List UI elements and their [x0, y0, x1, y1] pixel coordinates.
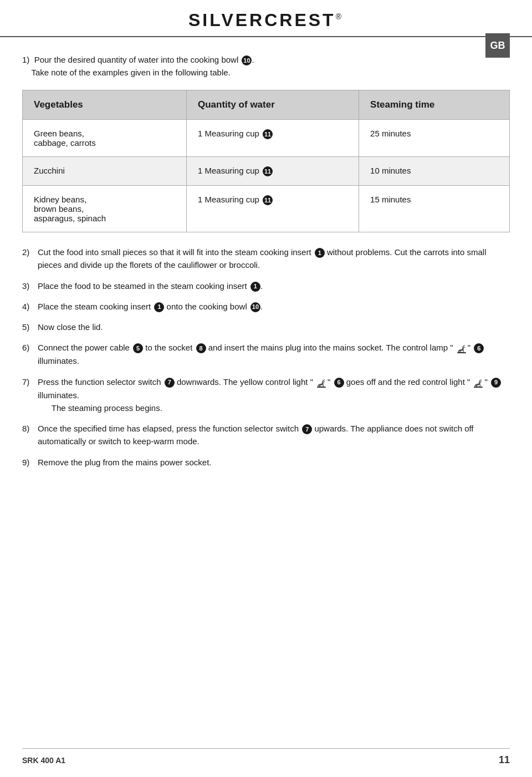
quantity-cell: 1 Measuring cup 11	[186, 120, 359, 157]
step-3: 3) Place the food to be steamed in the s…	[22, 280, 510, 292]
col-header-quantity: Quantity of water	[186, 90, 359, 120]
step-num-9: 9)	[22, 456, 38, 469]
step-text-4: Place the steam cooking insert 1 onto th…	[38, 300, 510, 313]
logo: SilverCrest®	[188, 10, 344, 31]
step-text-9: Remove the plug from the mains power soc…	[38, 456, 510, 469]
col-header-vegetables: Vegetables	[23, 90, 187, 120]
step-text-6: Connect the power cable 5 to the socket …	[38, 341, 510, 367]
table-row: Kidney beans,brown beans,asparagus, spin…	[23, 186, 510, 232]
icon-7b: 7	[302, 424, 312, 434]
step-num-7: 7)	[22, 375, 38, 388]
icon-11b: 11	[263, 166, 273, 176]
step-8: 8) Once the specified time has elapsed, …	[22, 422, 510, 448]
steam-icon-7b	[472, 377, 484, 389]
icon-6a: 6	[474, 343, 484, 353]
step-6: 6) Connect the power cable 5 to the sock…	[22, 341, 510, 367]
icon-1b: 1	[250, 282, 260, 292]
icon-5: 5	[133, 343, 143, 353]
time-cell: 15 minutes	[359, 186, 510, 232]
icon-9: 9	[491, 378, 501, 388]
veg-cell: Zucchini	[23, 157, 187, 186]
header: SilverCrest®	[0, 0, 532, 37]
icon-6b: 6	[334, 378, 344, 388]
step-num-2: 2)	[22, 246, 38, 258]
gb-badge: GB	[485, 33, 510, 58]
step-text-3: Place the food to be steamed in the stea…	[38, 280, 510, 292]
icon-10b: 10	[250, 302, 260, 312]
icon-7a: 7	[165, 378, 175, 388]
footer: SRK 400 A1 11	[22, 748, 510, 766]
step-2: 2) Cut the food into small pieces so tha…	[22, 246, 510, 272]
intro-paragraph: 1) Pour the desired quantity of water in…	[22, 54, 510, 79]
step-text-8: Once the specified time has elapsed, pre…	[38, 422, 510, 448]
steam-icon-6	[456, 342, 468, 354]
step-4: 4) Place the steam cooking insert 1 onto…	[22, 300, 510, 313]
logo-reg: ®	[336, 12, 344, 21]
main-content: 1) Pour the desired quantity of water in…	[0, 37, 532, 493]
quantity-cell: 1 Measuring cup 11	[186, 157, 359, 186]
veg-cell: Kidney beans,brown beans,asparagus, spin…	[23, 186, 187, 232]
instructions-list: 2) Cut the food into small pieces so tha…	[22, 246, 510, 469]
step-5: 5) Now close the lid.	[22, 321, 510, 333]
step-9: 9) Remove the plug from the mains power …	[22, 456, 510, 469]
icon-10: 10	[242, 55, 252, 65]
icon-1a: 1	[315, 248, 325, 258]
page-wrapper: SilverCrest® GB 1) Pour the desired quan…	[0, 0, 532, 777]
step-text-7: Press the function selector switch 7 dow…	[38, 375, 510, 415]
steam-icon-7a	[315, 377, 328, 389]
quantity-cell: 1 Measuring cup 11	[186, 186, 359, 232]
step-text-2: Cut the food into small pieces so that i…	[38, 246, 510, 272]
vegetable-table: Vegetables Quantity of water Steaming ti…	[22, 90, 510, 232]
footer-model: SRK 400 A1	[22, 756, 65, 765]
veg-cell: Green beans,cabbage, carrots	[23, 120, 187, 157]
icon-11a: 11	[263, 129, 273, 139]
time-cell: 10 minutes	[359, 157, 510, 186]
time-cell: 25 minutes	[359, 120, 510, 157]
col-header-time: Steaming time	[359, 90, 510, 120]
step-num-4: 4)	[22, 300, 38, 313]
step-num-5: 5)	[22, 321, 38, 333]
step-num-6: 6)	[22, 341, 38, 354]
logo-text: SilverCrest®	[188, 10, 344, 30]
step-7: 7) Press the function selector switch 7 …	[22, 375, 510, 415]
footer-page: 11	[499, 754, 510, 766]
table-row: Zucchini 1 Measuring cup 11 10 minutes	[23, 157, 510, 186]
icon-1c: 1	[154, 302, 164, 312]
step-num-3: 3)	[22, 280, 38, 292]
table-row: Green beans,cabbage, carrots 1 Measuring…	[23, 120, 510, 157]
icon-11c: 11	[263, 195, 273, 205]
icon-8: 8	[196, 343, 206, 353]
step-text-5: Now close the lid.	[38, 321, 510, 333]
step-num-8: 8)	[22, 422, 38, 435]
